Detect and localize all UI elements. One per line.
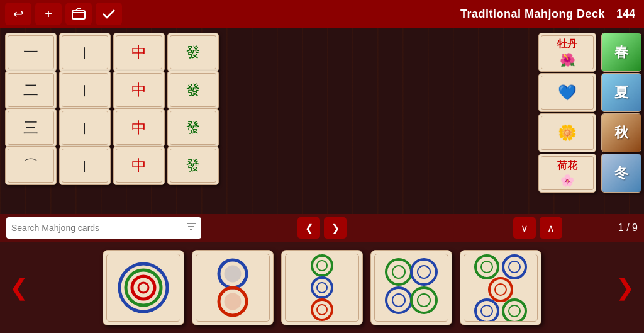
card-grn-3[interactable]: 發 [167, 108, 219, 147]
flower-emoji-chrysanthemum: 🌼 [558, 124, 577, 142]
page-indicator: 1 / 9 [618, 222, 638, 234]
card-wan-4[interactable]: ⌒ [5, 146, 57, 185]
toolbar: ↩ + Traditional Mahjong Deck 144 [0, 0, 644, 28]
svg-point-9 [225, 266, 240, 281]
svg-point-29 [509, 261, 520, 273]
svg-point-25 [418, 294, 430, 307]
svg-point-16 [312, 300, 332, 320]
card-grn-4[interactable]: 發 [167, 146, 219, 185]
flower-card-peony[interactable]: 牡丹 🌺 [538, 33, 596, 72]
svg-point-33 [481, 305, 492, 317]
column-1: 一 二 三 ⌒ [5, 33, 57, 214]
season-label-spring: 春 [614, 43, 628, 62]
main-card-area: 一 二 三 ⌒ 𝍩 𝍩 𝍩 𝍩 中 中 中 中 發 發 發 發 [0, 28, 644, 214]
svg-point-26 [475, 256, 498, 278]
card-columns: 一 二 三 ⌒ 𝍩 𝍩 𝍩 𝍩 中 中 中 中 發 發 發 發 [0, 28, 536, 214]
card-grn-1[interactable]: 發 [167, 33, 219, 72]
flower-card-lotus[interactable]: 荷花 🌸 [538, 154, 596, 193]
card-red-2[interactable]: 中 [113, 71, 165, 110]
card-red-4[interactable]: 中 [113, 146, 165, 185]
add-button[interactable]: + [35, 3, 62, 25]
card-wan-2[interactable]: 二 [5, 71, 57, 110]
svg-point-23 [392, 294, 405, 307]
folder-button[interactable] [65, 3, 92, 25]
card-count: 144 [616, 8, 635, 21]
hand-card-2[interactable] [192, 250, 274, 325]
svg-point-12 [312, 256, 332, 276]
hand-prev-button[interactable]: ❮ [5, 274, 33, 301]
flower-label-lotus: 荷花 [557, 159, 577, 172]
search-bar [6, 217, 201, 239]
folder-icon [72, 8, 86, 20]
season-column: 春 夏 秋 冬 [599, 28, 644, 214]
season-card-autumn[interactable]: 秋 [601, 113, 641, 152]
card-bam-2[interactable]: 𝍩 [59, 71, 111, 110]
dot-pattern-1 [115, 259, 172, 316]
svg-point-32 [475, 300, 498, 322]
next-page-button[interactable]: ❯ [324, 217, 347, 239]
filter-icon[interactable] [186, 222, 196, 234]
flower-card-chrysanthemum[interactable]: 🌼 [538, 113, 596, 152]
dot-pattern-3 [294, 253, 350, 322]
svg-point-7 [138, 283, 148, 293]
svg-point-15 [317, 283, 327, 293]
deck-title: Traditional Mahjong Deck [460, 8, 605, 21]
svg-point-11 [225, 294, 240, 309]
season-label-winter: 冬 [614, 164, 628, 183]
flower-card-blue[interactable]: 💙 [538, 73, 596, 112]
dot-pattern-4 [380, 253, 443, 322]
svg-point-27 [481, 261, 492, 273]
svg-point-21 [418, 266, 430, 278]
svg-point-30 [489, 278, 512, 301]
svg-point-31 [495, 284, 506, 295]
card-bam-3[interactable]: 𝍩 [59, 108, 111, 147]
svg-rect-0 [72, 11, 85, 19]
svg-point-19 [392, 266, 405, 278]
flower-emoji-blue: 💙 [558, 84, 577, 101]
hand-cards [33, 250, 611, 325]
scroll-up-button[interactable]: ∧ [540, 217, 562, 239]
hand-card-3[interactable] [281, 250, 363, 325]
hand-card-5[interactable] [460, 250, 541, 325]
card-red-1[interactable]: 中 [113, 33, 165, 72]
dot-pattern-2 [204, 256, 261, 319]
season-card-winter[interactable]: 冬 [601, 154, 641, 193]
hand-card-4[interactable] [370, 250, 452, 325]
svg-point-18 [386, 259, 411, 285]
svg-point-28 [503, 256, 526, 278]
svg-point-24 [411, 288, 436, 313]
scroll-down-button[interactable]: ∨ [513, 217, 536, 239]
check-button[interactable] [96, 3, 122, 25]
column-3: 中 中 中 中 [113, 33, 165, 214]
dot-pattern-5 [469, 253, 532, 322]
card-wan-1[interactable]: 一 [5, 33, 57, 72]
column-4: 發 發 發 發 [167, 33, 219, 214]
svg-point-35 [509, 305, 520, 317]
flower-emoji-lotus: 🌸 [560, 174, 574, 188]
check-icon [102, 8, 116, 20]
flower-column: 牡丹 🌺 💙 🌼 荷花 🌸 [536, 28, 599, 214]
season-label-autumn: 秋 [614, 123, 628, 142]
card-red-3[interactable]: 中 [113, 108, 165, 147]
flower-emoji-peony: 🌺 [560, 52, 575, 67]
svg-point-20 [411, 259, 436, 285]
column-2: 𝍩 𝍩 𝍩 𝍩 [59, 33, 111, 214]
season-card-summer[interactable]: 夏 [601, 73, 641, 112]
season-card-spring[interactable]: 春 [601, 33, 641, 72]
hand-next-button[interactable]: ❯ [611, 274, 639, 301]
search-input[interactable] [11, 223, 182, 233]
card-bam-1[interactable]: 𝍩 [59, 33, 111, 72]
card-wan-3[interactable]: 三 [5, 108, 57, 147]
svg-point-13 [317, 261, 327, 271]
card-grn-2[interactable]: 發 [167, 71, 219, 110]
svg-point-17 [317, 305, 327, 315]
bottom-hand-area: ❮ [0, 242, 644, 333]
hand-card-1[interactable] [103, 250, 184, 325]
season-label-summer: 夏 [614, 83, 628, 102]
svg-point-22 [386, 288, 411, 313]
card-bam-4[interactable]: 𝍩 [59, 146, 111, 185]
page-nav: ❮ ❯ [297, 217, 347, 239]
prev-page-button[interactable]: ❮ [297, 217, 320, 239]
flower-label-peony: 牡丹 [557, 38, 577, 51]
back-button[interactable]: ↩ [5, 3, 31, 25]
